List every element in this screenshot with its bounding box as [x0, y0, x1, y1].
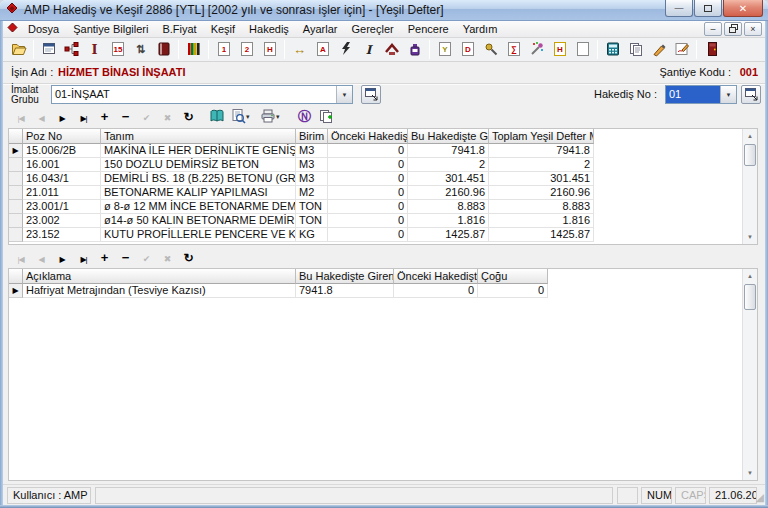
doc-d-button[interactable]: D [456, 39, 479, 61]
nav2-insert-button[interactable]: + [94, 249, 115, 267]
pozlar-row-6[interactable]: 23.002ø14-ø 50 KALIN BETONARME DEMİRİ BÜ… [9, 214, 594, 228]
aciklama-cell[interactable]: 0 [478, 284, 548, 298]
doc-blank-button[interactable] [571, 39, 594, 61]
pozlar-cell[interactable]: 0 [328, 172, 408, 186]
pozlar-row-3[interactable]: 16.043/1DEMİRLİ BS. 18 (B.225) BETONU (G… [9, 172, 594, 186]
pozlar-cell[interactable]: MAKİNA İLE HER DERİNLİKTE GENİŞ DERİN YU… [101, 144, 296, 158]
pozlar-row-selector[interactable] [9, 214, 23, 228]
pozlar-cell[interactable]: 16.043/1 [23, 172, 101, 186]
pozlar-cell[interactable]: 301.451 [489, 172, 594, 186]
roof-button[interactable] [380, 39, 403, 61]
scrollbar-thumb[interactable] [744, 284, 756, 310]
scroll-up-icon[interactable]: ▲ [743, 269, 757, 283]
pozlar-cell[interactable]: 2160.96 [489, 186, 594, 200]
pozlar-cell[interactable]: 0 [328, 158, 408, 172]
pozlar-column-header-4[interactable]: Önceki Hakediş Miktarı [328, 129, 408, 144]
pozlar-cell[interactable]: 8.883 [408, 200, 489, 214]
aciklama-cell[interactable]: Hafriyat Metrajından (Tesviye Kazısı) [23, 284, 296, 298]
close-button[interactable]: ✕ [723, 0, 763, 17]
scroll-up-icon[interactable]: ▲ [743, 129, 757, 143]
pozlar-cell[interactable]: 1.816 [408, 214, 489, 228]
grid1-vertical-scrollbar[interactable]: ▲ ▼ [742, 129, 757, 244]
library-button[interactable] [182, 39, 205, 61]
nav1-next-button[interactable]: ▶ [52, 108, 73, 126]
pozlar-row-2[interactable]: 16.001150 DOZLU DEMİRSİZ BETONM3022 [9, 158, 594, 172]
parameters-button[interactable]: ⇅ [129, 39, 152, 61]
sum-list-button[interactable]: ∑ [502, 39, 525, 61]
mdi-close-button[interactable]: × [744, 22, 762, 36]
pozlar-row-selector[interactable] [9, 186, 23, 200]
monument-button[interactable]: I [83, 39, 106, 61]
pozlar-cell[interactable]: M2 [296, 186, 328, 200]
menu-item-1[interactable]: Dosya [21, 21, 66, 37]
scroll-down-icon[interactable]: ▼ [743, 230, 757, 244]
nav1-print-dropdown[interactable]: ▾ [276, 113, 285, 121]
nav1-print-preview-dropdown[interactable]: ▾ [246, 113, 255, 121]
pozlar-cell[interactable]: DEMİRLİ BS. 18 (B.225) BETONU (GRANULOME… [101, 172, 296, 186]
scroll-down-icon[interactable]: ▼ [743, 466, 757, 480]
nav1-preview-book-button[interactable] [206, 108, 227, 126]
maximize-button[interactable] [694, 0, 722, 17]
pozlar-cell[interactable]: KG [296, 228, 328, 242]
pozlar-row-selector[interactable] [9, 158, 23, 172]
nav1-insert-button[interactable]: + [94, 108, 115, 126]
pen-button[interactable] [647, 39, 670, 61]
pozlar-cell[interactable]: 15.006/2B [23, 144, 101, 158]
red-book-button[interactable] [152, 39, 175, 61]
menu-item-5[interactable]: Hakediş [242, 21, 296, 37]
pozlar-cell[interactable]: M3 [296, 144, 328, 158]
pozlar-cell[interactable]: 0 [328, 144, 408, 158]
pozlar-cell[interactable]: 2160.96 [408, 186, 489, 200]
push-pin-button[interactable] [479, 39, 502, 61]
pozlar-cell[interactable]: 0 [328, 228, 408, 242]
menu-item-6[interactable]: Ayarlar [296, 21, 345, 37]
pozlar-row-7[interactable]: 23.152KUTU PROFİLLERLE PENCERE VE KAPI Y… [9, 228, 594, 242]
doc-h-button[interactable]: H [258, 39, 281, 61]
doc-a-button[interactable]: A [311, 39, 334, 61]
nav1-print-button[interactable] [257, 108, 278, 126]
pozlar-cell[interactable]: 0 [328, 214, 408, 228]
resize-grip[interactable]: ◢ [756, 491, 764, 504]
aciklama-cell[interactable]: 0 [394, 284, 478, 298]
mdi-minimize-button[interactable]: – [704, 22, 722, 36]
pozlar-cell[interactable]: 8.883 [489, 200, 594, 214]
nav1-print-preview-button[interactable] [227, 108, 248, 126]
nav2-last-button[interactable]: ▶| [73, 249, 94, 267]
pozlar-row-5[interactable]: 23.001/1ø 8-ø 12 MM İNCE BETONARME DEMİR… [9, 200, 594, 214]
aciklama-column-header-4[interactable]: Çoğu [478, 269, 548, 284]
pozlar-row-4[interactable]: 21.011BETONARME KALIP YAPILMASIM202160.9… [9, 186, 594, 200]
menu-item-9[interactable]: Yardım [456, 21, 505, 37]
nav2-refresh-button[interactable]: ↻ [178, 249, 199, 267]
magic-tools-button[interactable] [525, 39, 548, 61]
nav2-delete-button[interactable]: − [115, 249, 136, 267]
pozlar-cell[interactable]: 301.451 [408, 172, 489, 186]
pozlar-cell[interactable]: 7941.8 [408, 144, 489, 158]
pozlar-cell[interactable]: KUTU PROFİLLERLE PENCERE VE KAPI YAPILMA… [101, 228, 296, 242]
menu-item-3[interactable]: B.Fiyat [155, 21, 203, 37]
pozlar-column-header-6[interactable]: Toplam Yeşil Defter Miktarı [489, 129, 594, 144]
pozlar-row-selector[interactable] [9, 172, 23, 186]
calendar-15-button[interactable]: 15 [106, 39, 129, 61]
scrollbar-thumb[interactable] [744, 144, 756, 166]
pozlar-cell[interactable]: M3 [296, 172, 328, 186]
pozlar-cell[interactable]: 0 [328, 200, 408, 214]
pozlar-cell[interactable]: BETONARME KALIP YAPILMASI [101, 186, 296, 200]
italic-i-button[interactable]: I [357, 39, 380, 61]
pozlar-cell[interactable]: 2 [489, 158, 594, 172]
ink-bottle-button[interactable] [403, 39, 426, 61]
pozlar-column-header-3[interactable]: Birim [296, 129, 328, 144]
open-file-button[interactable] [7, 39, 30, 61]
site-tree-button[interactable] [60, 39, 83, 61]
pozlar-cell[interactable]: 23.001/1 [23, 200, 101, 214]
exit-door-button[interactable] [700, 39, 723, 61]
grid2-vertical-scrollbar[interactable]: ▲ ▼ [742, 269, 757, 480]
pozlar-column-header-5[interactable]: Bu Hakedişte Giren [408, 129, 489, 144]
pozlar-column-header-1[interactable]: Poz No [23, 129, 101, 144]
aciklama-column-header-2[interactable]: Bu Hakedişte Giren [296, 269, 394, 284]
imalat-grubu-combobox[interactable]: 01-İNŞAAT ▼ [51, 85, 353, 104]
hakedis-no-combobox[interactable]: 01 ▼ [665, 85, 737, 104]
pozlar-cell[interactable]: 1425.87 [489, 228, 594, 242]
mdi-restore-button[interactable] [724, 22, 742, 36]
minimize-button[interactable]: — [665, 0, 693, 17]
aciklama-column-header-3[interactable]: Önceki Hakedişten [394, 269, 478, 284]
